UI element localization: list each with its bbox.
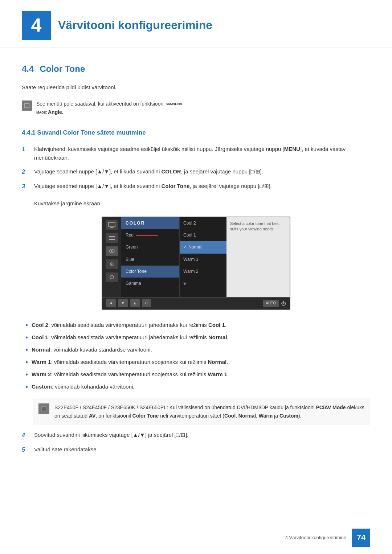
step-3: 3 Vajutage seadmel nuppe [▲/▼], et liiku… [22, 182, 370, 208]
step-text-1: Klahvijuhendi kuvamiseks vajutage seadme… [34, 145, 370, 162]
warning-icon [38, 403, 49, 414]
bullet-list: • Cool 2: võimaldab seadistada värvitemp… [22, 321, 370, 391]
bullet-dot: • [25, 370, 28, 379]
sidebar-icon-1 [106, 220, 118, 230]
bullet-dot: • [25, 382, 28, 391]
chapter-number: 4 [22, 11, 51, 40]
menu-item-green: Green [121, 241, 179, 253]
monitor-body: i COLOR Red Green Blue Color Tone Gamma [102, 217, 290, 297]
monitor-container: i COLOR Red Green Blue Color Tone Gamma [22, 217, 370, 310]
bullet-dot: • [25, 345, 28, 354]
bullet-text: Cool 2: võimaldab seadistada värvitemper… [32, 321, 226, 329]
bullet-dot: • [25, 333, 28, 342]
submenu-normal: ✓ Normal [180, 241, 226, 253]
submenu-arrow-down: ▾ [180, 278, 226, 290]
lines-icon [108, 235, 115, 241]
pencil-icon [23, 102, 31, 110]
subsection-heading: 4.4.1 Suvandi Color Tone sätete muutmine [22, 128, 370, 138]
page-footer: 4 Värvitooni konfigureerimine 74 [285, 529, 370, 547]
menu-item-blue: Blue [121, 254, 179, 266]
svg-text:i: i [111, 276, 112, 279]
step-text-2: Vajutage seadmel nuppe [▲/▼], et liikuda… [34, 167, 370, 176]
svg-point-10 [111, 250, 114, 253]
submenu-warm1: Warm 1 [180, 254, 226, 266]
svg-rect-5 [110, 227, 114, 228]
section-heading: 4.4 Color Tone [22, 62, 370, 76]
bullet-item-custom: • Custom: võimaldab kohandada värvitooni… [25, 382, 370, 391]
bullet-dot: • [25, 321, 28, 329]
warning-text: S22E450F / S24E450F / S23E650K / S24E650… [54, 403, 364, 420]
btn-left: ◄ [106, 299, 116, 307]
note-icon-1 [22, 100, 32, 111]
menu-item-gamma: Gamma [121, 278, 179, 290]
svg-point-12 [111, 263, 112, 264]
monitor-side-note: Select a color tone that best suits your… [226, 217, 290, 297]
svg-rect-3 [109, 222, 115, 227]
sidebar-icon-3 [106, 246, 118, 256]
section-number: 4.4 [22, 62, 34, 76]
step-1: 1 Klahvijuhendi kuvamiseks vajutage sead… [22, 145, 370, 162]
submenu-cool2: Cool 2 [180, 217, 226, 229]
bullet-item-cool2: • Cool 2: võimaldab seadistada värvitemp… [25, 321, 370, 329]
step-number-5: 5 [22, 445, 29, 455]
step-number-4: 4 [22, 431, 29, 440]
auto-power-group: AUTO ⏻ [263, 299, 286, 307]
btn-auto: AUTO [263, 300, 279, 307]
note-text-1: See menüü pole saadaval, kui aktiveeritu… [36, 100, 182, 116]
submenu-cool1: Cool 1 [180, 229, 226, 241]
bullet-text: Normal: võimaldab kuvada standardse värv… [32, 345, 152, 354]
btn-up: ▲ [130, 299, 140, 307]
bullet-item-warm1: • Warm 1: võimaldab seadistada värvitemp… [25, 358, 370, 366]
menu-header: COLOR [121, 217, 179, 229]
steps-list: 1 Klahvijuhendi kuvamiseks vajutage sead… [22, 145, 370, 208]
page-number: 74 [352, 529, 370, 547]
power-icon: ⏻ [281, 299, 286, 307]
step-number-2: 2 [22, 167, 29, 177]
bullet-text: Custom: võimaldab kohandada värvitooni. [32, 382, 135, 391]
svg-rect-17 [42, 407, 46, 411]
bullet-item-cool1: • Cool 1: võimaldab seadistada värvitemp… [25, 333, 370, 342]
color-icon [108, 248, 115, 254]
sidebar-icon-2 [106, 233, 118, 243]
step-5: 5 Valitud säte rakendatakse. [22, 445, 370, 455]
bullet-text: Cool 1: võimaldab seadistada värvitemper… [32, 333, 229, 342]
bullet-text: Warm 1: võimaldab seadistada värvitemper… [32, 358, 228, 366]
svg-rect-6 [109, 236, 115, 237]
monitor-submenu: Cool 2 Cool 1 ✓ Normal Warm 1 Warm 2 ▾ [179, 217, 226, 297]
gear-icon [108, 261, 115, 267]
warning-pencil-icon [40, 405, 48, 413]
warning-note: S22E450F / S24E450F / S23E650K / S24E650… [33, 398, 370, 425]
submenu-warm2: Warm 2 [180, 266, 226, 278]
page-header: 4 Värvitooni konfigureerimine [0, 0, 392, 48]
monitor-icon [108, 222, 115, 228]
btn-down: ▼ [118, 299, 128, 307]
sidebar-icon-5: i [106, 272, 118, 282]
monitor-sidebar: i [102, 217, 121, 297]
intro-text: Saate reguleerida pildi üldist värvitoon… [22, 83, 370, 92]
svg-rect-2 [25, 104, 29, 107]
step-4: 4 Soovitud suvandini liikumiseks vajutag… [22, 431, 370, 440]
step-number-1: 1 [22, 145, 29, 154]
steps-list-continued: 4 Soovitud suvandini liikumiseks vajutag… [22, 431, 370, 454]
monitor-controls: ◄ ▼ ▲ ↵ AUTO ⏻ [102, 297, 290, 309]
svg-rect-7 [109, 238, 115, 238]
bullet-text: Warm 2: võimaldab seadistada värvitemper… [32, 370, 229, 379]
footer-text: 4 Värvitooni konfigureerimine [285, 534, 346, 542]
menu-item-red: Red [121, 229, 179, 241]
svg-rect-4 [111, 227, 113, 227]
step-number-3: 3 [22, 182, 29, 191]
step-text-4: Soovitud suvandini liikumiseks vajutage … [34, 431, 370, 439]
menu-item-colortone: Color Tone [121, 266, 179, 278]
sidebar-icon-4 [106, 259, 118, 269]
bullet-dot: • [25, 358, 28, 366]
bullet-item-warm2: • Warm 2: võimaldab seadistada värvitemp… [25, 370, 370, 379]
section-title: Color Tone [40, 62, 85, 76]
menu-items: Red Green Blue Color Tone Gamma [121, 229, 179, 290]
note-box-1: See menüü pole saadaval, kui aktiveeritu… [22, 98, 370, 118]
btn-enter: ↵ [142, 299, 151, 307]
chapter-title: Värvitooni konfigureerimine [58, 16, 212, 34]
step-text-5: Valitud säte rakendatakse. [34, 445, 370, 454]
monitor-simulation: i COLOR Red Green Blue Color Tone Gamma [102, 217, 290, 310]
step-2: 2 Vajutage seadmel nuppe [▲/▼], et liiku… [22, 167, 370, 177]
svg-rect-8 [109, 239, 115, 240]
